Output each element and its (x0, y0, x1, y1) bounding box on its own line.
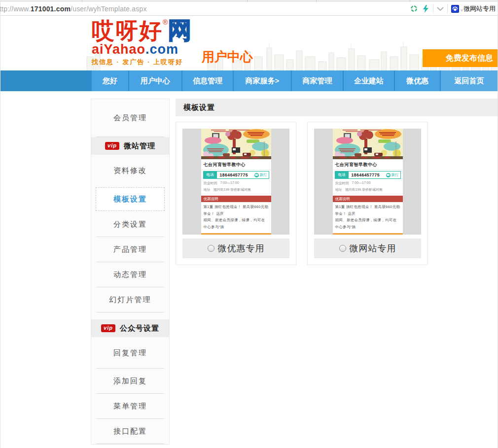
browser-url-bar[interactable]: ttp://www.171001.com/user/wyhTemplate.as… (0, 2, 498, 16)
sidebar-item-template-settings[interactable]: 模板设置 (91, 186, 169, 212)
template-radio-website[interactable] (339, 245, 346, 252)
sidebar-item-api-config[interactable]: 接口配置 (91, 419, 169, 444)
template-label: 微网站专用 (350, 242, 396, 254)
template-label: 微优惠专用 (218, 242, 265, 254)
vip-badge-icon: vip (101, 324, 115, 332)
site-header: 哎呀好®网 aiYahao.com 找信息 · 发广告 · 上哎呀好 用户中心 … (0, 16, 498, 70)
preview-more-link: 更多>> (389, 234, 400, 235)
preview-phone-number: 18646457775 (220, 172, 249, 177)
template-select-coupon[interactable]: 微优惠专用 (182, 239, 289, 258)
main-panel: 模板设置 (176, 99, 498, 265)
preview-products-header: 产品更多>> (333, 233, 403, 235)
extension-label: 微网站专用 (463, 4, 496, 13)
preview-products-header: 产品更多>> (201, 233, 271, 235)
extension-dropdown-icon[interactable]: ˅ (461, 8, 463, 13)
nav-item-site-builder[interactable]: 企业建站 (344, 70, 394, 91)
phone-icon: ☎ (386, 173, 391, 177)
preview-promo-text: 第1重 抽红包抢现金！ 最高获660元助学金！ 店庆期间、新老会员报课，续课，均… (333, 202, 403, 232)
main-nav: 您好 用户中心 信息管理 商家服务> 商家管理 企业建站 微优惠 返回首页 (0, 70, 498, 91)
sidebar-item-news-manage[interactable]: 动态管理 (91, 262, 169, 287)
preview-call-label: 拨打 (391, 172, 399, 177)
preview-phone-row: 电话 18646457775 ☎拨打 (203, 171, 269, 179)
sidebar-item-category-settings[interactable]: 分类设置 (91, 212, 169, 237)
preview-banner-image (333, 129, 403, 159)
preview-call-label: 拨打 (260, 172, 267, 177)
phone-preview: 七台河育智早教中心 电话 18646457775 ☎拨打 营业时间7:00—17… (333, 129, 403, 235)
sidebar-section-label: 公众号设置 (120, 324, 159, 333)
logo-tagline: 找信息 · 发广告 · 上哎呀好 (92, 59, 191, 65)
nav-item-user-center[interactable]: 用户中心 (129, 70, 181, 91)
preview-more-link: 更多>> (257, 234, 269, 235)
nav-item-back-home[interactable]: 返回首页 (441, 70, 498, 91)
publish-info-button[interactable]: 免费发布信息 (423, 49, 498, 67)
sidebar-section-label: 微站管理 (124, 141, 155, 151)
sidebar-item-product-manage[interactable]: 产品管理 (91, 237, 169, 262)
preview-address-value: 旭日街199 华侨影城对面 (213, 187, 251, 192)
preview-phone-number: 18646457775 (352, 172, 380, 177)
preview-address-label: 地址 (204, 187, 211, 192)
phone-icon: ☎ (254, 173, 259, 177)
preview-address-value: 旭日街199 华侨影城对面 (345, 187, 383, 192)
preview-hours-label: 营业时间 (204, 181, 217, 186)
vip-badge-icon: vip (105, 142, 119, 149)
phone-preview: 七台河育智早教中心 电话 18646457775 ☎拨打 营业时间7:00—17… (201, 129, 271, 235)
sidebar-section-microsite[interactable]: vip 微站管理 (91, 137, 169, 155)
registered-mark: ® (163, 18, 168, 26)
preview-hours-value: 7:00—17:00 (352, 181, 371, 186)
sidebar-item-menu-manage[interactable]: 菜单管理 (91, 394, 169, 419)
preview-hours-label: 营业时间 (335, 181, 349, 186)
template-preview-image: 七台河育智早教中心 电话 18646457775 ☎拨打 营业时间7:00—17… (314, 129, 421, 235)
nav-item-coupon[interactable]: 微优惠 (395, 70, 440, 91)
template-select-website[interactable]: 微网站专用 (314, 239, 421, 258)
preview-business-name: 七台河育智早教中心 (333, 160, 403, 170)
page: ttp://www.171001.com/user/wyhTemplate.as… (0, 0, 498, 448)
logo-en-red: aiYahao (92, 42, 145, 57)
preview-phone-row: 电话 18646457775 ☎拨打 (335, 171, 401, 179)
user-center-title: 用户中心 (202, 48, 253, 66)
sidebar-section-official-account[interactable]: vip 公众号设置 (91, 319, 169, 337)
template-radio-coupon[interactable] (208, 245, 214, 252)
paw-icon[interactable] (451, 5, 459, 13)
preview-phone-label: 电话 (335, 172, 349, 178)
logo-en-blue: .com (145, 42, 178, 57)
sidebar-item-profile-edit[interactable]: 资料修改 (91, 155, 169, 186)
lightning-icon[interactable] (420, 2, 432, 16)
nav-item-merchant-service[interactable]: 商家服务> (234, 70, 291, 91)
browser-tabstrip (0, 0, 498, 2)
preview-banner-image (201, 129, 271, 159)
preview-promo-header: 优惠说明 (333, 196, 403, 202)
sidebar-active-label: 模板设置 (96, 187, 165, 211)
preview-address-label: 地址 (335, 187, 342, 192)
nav-item-greeting[interactable]: 您好 (92, 70, 128, 91)
sidebar-item-add-reply[interactable]: 添加回复 (91, 369, 169, 394)
logo-net-char: 网 (168, 17, 191, 43)
url-text: ttp://www.171001.com/user/wyhTemplate.as… (0, 5, 147, 13)
nav-item-info-manage[interactable]: 信息管理 (182, 70, 233, 91)
preview-promo-text: 第1重 抽红包抢现金！ 最高获660元助学金！ 店庆期间、新老会员报课，续课，均… (201, 202, 271, 232)
logo-cn-text: 哎呀好 (92, 18, 163, 43)
nav-item-merchant-manage[interactable]: 商家管理 (292, 70, 343, 91)
sidebar-item-member-manage[interactable]: 会员管理 (91, 99, 169, 137)
preview-hours-value: 7:00—17:00 (220, 181, 239, 186)
preview-phone-label: 电话 (204, 172, 217, 178)
site-logo[interactable]: 哎呀好®网 aiYahao.com 找信息 · 发广告 · 上哎呀好 (92, 19, 191, 65)
template-preview-image: 七台河育智早教中心 电话 18646457775 ☎拨打 营业时间7:00—17… (182, 129, 289, 235)
sidebar-item-slideshow-manage[interactable]: 幻灯片管理 (91, 287, 169, 312)
chevron-down-icon[interactable] (434, 2, 446, 16)
template-card-coupon: 七台河育智早教中心 电话 18646457775 ☎拨打 营业时间7:00—17… (176, 122, 296, 265)
sidebar: 会员管理 vip 微站管理 资料修改 模板设置 分类设置 产品管理 动态管理 幻… (91, 99, 170, 445)
refresh-circle-icon[interactable] (408, 2, 420, 16)
preview-promo-header: 优惠说明 (201, 196, 271, 202)
sidebar-item-reply-manage[interactable]: 回复管理 (91, 337, 169, 369)
preview-business-name: 七台河育智早教中心 (201, 160, 271, 170)
page-title: 模板设置 (176, 99, 498, 116)
template-card-website: 七台河育智早教中心 电话 18646457775 ☎拨打 营业时间7:00—17… (307, 122, 428, 265)
